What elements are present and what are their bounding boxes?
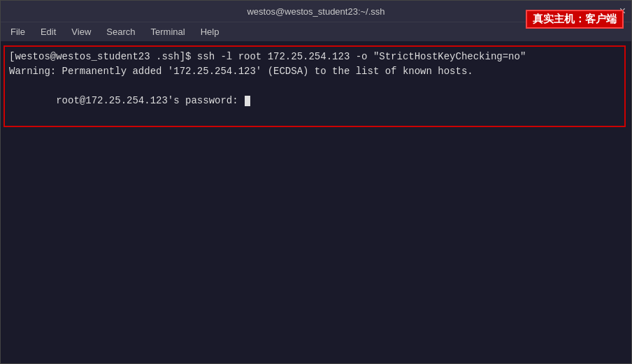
annotation-badge: 真实主机：客户端	[526, 10, 624, 29]
terminal-body[interactable]: [westos@westos_student23 .ssh]$ ssh -l r…	[1, 41, 631, 363]
menu-terminal[interactable]: Terminal	[144, 25, 192, 38]
menu-file[interactable]: File	[3, 25, 32, 38]
menu-search[interactable]: Search	[99, 25, 142, 38]
menu-view[interactable]: View	[64, 25, 98, 38]
terminal-output-box: [westos@westos_student23 .ssh]$ ssh -l r…	[3, 45, 626, 127]
window-title: westos@westos_student23:~/.ssh	[247, 6, 385, 17]
terminal-window: westos@westos_student23:~/.ssh × 真实主机：客户…	[0, 0, 632, 364]
terminal-line-1: [westos@westos_student23 .ssh]$ ssh -l r…	[9, 50, 620, 64]
terminal-line-2: Warning: Permanently added '172.25.254.1…	[9, 64, 620, 79]
menu-edit[interactable]: Edit	[34, 25, 63, 38]
menu-help[interactable]: Help	[194, 25, 227, 38]
terminal-line-3: root@172.25.254.123's password:	[9, 79, 620, 123]
cursor	[245, 96, 250, 106]
